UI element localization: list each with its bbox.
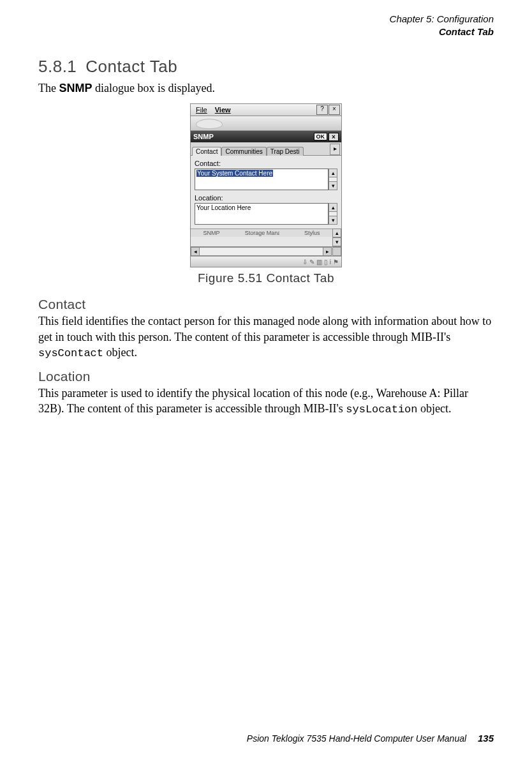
status-icon: i	[330, 258, 331, 266]
location-label: Location:	[195, 194, 337, 202]
page-number: 135	[478, 733, 494, 744]
tab-trap-destinations[interactable]: Trap Desti	[267, 147, 304, 156]
device-screenshot: File View ? × SNMP OK × Contact Communit…	[190, 103, 342, 267]
status-bar: ⇩ ✎ ▥ ▯ i ⚑	[191, 256, 341, 267]
ok-button[interactable]: OK	[314, 133, 328, 140]
help-button[interactable]: ?	[316, 105, 328, 115]
scroll-right-icon[interactable]: ▸	[323, 247, 332, 256]
main-vscroll[interactable]: ▴ ▾	[332, 228, 341, 246]
main-hscroll[interactable]: ◂ ▸	[191, 246, 341, 256]
section-number: 5.8.1	[38, 57, 77, 76]
desktop-icon-stylus[interactable]: Stylus	[304, 230, 320, 236]
scroll-down-icon[interactable]: ▾	[329, 181, 337, 190]
location-body-post: object.	[418, 402, 452, 415]
tab-contact[interactable]: Contact	[192, 147, 221, 156]
menu-view-label: View	[215, 106, 231, 114]
scroll-down-icon[interactable]: ▾	[332, 237, 341, 246]
contact-paragraph: This field identifies the contact person…	[38, 313, 494, 361]
location-scrollbar[interactable]: ▴ ▾	[329, 203, 337, 225]
location-input[interactable]: Your Location Here	[195, 203, 329, 225]
tab-communities[interactable]: Communities	[221, 147, 266, 156]
subhead-location: Location	[38, 369, 494, 384]
menu-file[interactable]: File	[192, 106, 211, 114]
footer-text: Psion Teklogix 7535 Hand-Held Computer U…	[247, 733, 466, 744]
close-button[interactable]: ×	[329, 105, 340, 115]
figure-wrap: File View ? × SNMP OK × Contact Communit…	[38, 103, 494, 267]
desktop-icon-storage[interactable]: Storage Manager	[245, 230, 279, 236]
desktop-icon-snmp[interactable]: SNMP	[203, 230, 220, 236]
scroll-up-icon[interactable]: ▴	[329, 169, 337, 177]
windows-logo-area	[191, 116, 341, 131]
desktop-icon-row: SNMP Storage Manager Stylus	[191, 228, 332, 237]
status-icon: ⚑	[333, 258, 339, 266]
tab-row: Contact Communities Trap Desti ▸	[191, 142, 341, 156]
scroll-left-icon[interactable]: ◂	[191, 247, 200, 256]
contact-scrollbar[interactable]: ▴ ▾	[329, 169, 337, 190]
intro-bold: SNMP	[59, 82, 92, 94]
scroll-up-icon[interactable]: ▴	[332, 228, 341, 237]
section-heading: 5.8.1Contact Tab	[38, 57, 494, 77]
figure-caption: Figure 5.51 Contact Tab	[38, 271, 494, 285]
header-chapter: Chapter 5: Configuration	[38, 13, 494, 26]
status-icon: ▥	[316, 258, 322, 266]
location-code: sysLocation	[346, 403, 417, 416]
running-header: Chapter 5: Configuration Contact Tab	[38, 13, 494, 38]
menubar: File View ? ×	[191, 104, 341, 116]
scroll-up-icon[interactable]: ▴	[329, 203, 337, 212]
resize-grip[interactable]	[332, 247, 341, 256]
location-input-value: Your Location Here	[196, 204, 251, 211]
contact-label: Contact:	[195, 160, 337, 167]
menu-file-label: File	[196, 106, 207, 114]
contact-body-post: object.	[103, 346, 137, 359]
contact-body-pre: This field identifies the contact person…	[38, 315, 491, 343]
dialog-close-button[interactable]: ×	[329, 133, 339, 141]
intro-paragraph: The SNMP dialogue box is displayed.	[38, 80, 494, 96]
intro-pre: The	[38, 82, 59, 94]
dialog-panel: Contact: Your System Contact Here ▴ ▾ Lo…	[191, 156, 341, 228]
contact-input[interactable]: Your System Contact Here	[195, 169, 329, 190]
subhead-contact: Contact	[38, 297, 494, 312]
status-icon: ✎	[309, 258, 314, 266]
footer: Psion Teklogix 7535 Hand-Held Computer U…	[247, 733, 494, 744]
dialog-titlebar: SNMP OK ×	[191, 131, 341, 142]
location-paragraph: This parameter is used to identify the p…	[38, 386, 494, 417]
scroll-down-icon[interactable]: ▾	[329, 216, 337, 225]
tab-scroll-right[interactable]: ▸	[330, 144, 340, 155]
status-icon: ▯	[324, 258, 328, 266]
status-icon: ⇩	[302, 258, 307, 266]
header-section: Contact Tab	[38, 26, 494, 38]
menu-view[interactable]: View	[211, 106, 235, 114]
dialog-title: SNMP	[193, 133, 214, 140]
intro-post: dialogue box is displayed.	[92, 82, 215, 94]
section-title: Contact Tab	[85, 57, 177, 76]
contact-code: sysContact	[38, 347, 103, 359]
contact-input-value: Your System Contact Here	[196, 170, 273, 177]
